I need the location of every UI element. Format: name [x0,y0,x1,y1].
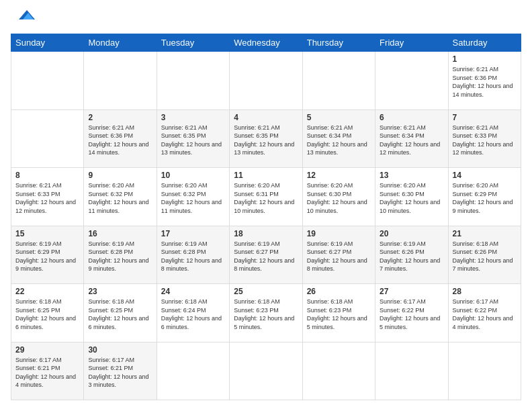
logo-icon [13,7,35,25]
cell-info: Sunrise: 6:20 AMSunset: 6:30 PMDaylight:… [307,182,367,214]
calendar-page: SundayMondayTuesdayWednesdayThursdayFrid… [0,0,532,411]
day-number: 11 [234,171,298,180]
calendar-cell: 11Sunrise: 6:20 AMSunset: 6:31 PMDayligh… [230,168,302,226]
calendar-cell: 19Sunrise: 6:19 AMSunset: 6:27 PMDayligh… [302,226,375,283]
calendar-header-friday: Friday [375,34,448,52]
day-number: 16 [88,229,152,238]
calendar-cell: 29Sunrise: 6:17 AMSunset: 6:21 PMDayligh… [11,342,84,400]
calendar-week-row: 8Sunrise: 6:21 AMSunset: 6:33 PMDaylight… [11,168,521,226]
cell-info: Sunrise: 6:19 AMSunset: 6:27 PMDaylight:… [234,240,294,273]
cell-info: Sunrise: 6:21 AMSunset: 6:33 PMDaylight:… [15,182,76,214]
calendar-cell: 8Sunrise: 6:21 AMSunset: 6:33 PMDaylight… [11,168,84,226]
cell-info: Sunrise: 6:21 AMSunset: 6:36 PMDaylight:… [88,124,148,156]
cell-info: Sunrise: 6:20 AMSunset: 6:30 PMDaylight:… [380,182,440,214]
cell-info: Sunrise: 6:17 AMSunset: 6:21 PMDaylight:… [15,357,76,389]
calendar-week-row: 22Sunrise: 6:18 AMSunset: 6:25 PMDayligh… [11,284,521,342]
calendar-cell: 27Sunrise: 6:17 AMSunset: 6:22 PMDayligh… [375,284,448,342]
calendar-cell: 6Sunrise: 6:21 AMSunset: 6:34 PMDaylight… [375,109,448,167]
calendar-header-sunday: Sunday [11,34,84,52]
calendar-cell [11,52,84,109]
day-number: 7 [453,113,517,122]
day-number: 4 [234,113,298,122]
calendar-cell [375,342,448,400]
calendar-cell: 14Sunrise: 6:20 AMSunset: 6:29 PMDayligh… [448,168,521,226]
calendar-cell: 3Sunrise: 6:21 AMSunset: 6:35 PMDaylight… [157,109,229,167]
cell-info: Sunrise: 6:19 AMSunset: 6:28 PMDaylight:… [161,240,222,273]
calendar-cell: 28Sunrise: 6:17 AMSunset: 6:22 PMDayligh… [448,284,521,342]
calendar-cell: 22Sunrise: 6:18 AMSunset: 6:25 PMDayligh… [11,284,84,342]
calendar-cell: 2Sunrise: 6:21 AMSunset: 6:36 PMDaylight… [84,109,157,167]
cell-info: Sunrise: 6:19 AMSunset: 6:27 PMDaylight:… [307,240,367,273]
cell-info: Sunrise: 6:18 AMSunset: 6:26 PMDaylight:… [453,240,513,273]
cell-info: Sunrise: 6:19 AMSunset: 6:26 PMDaylight:… [380,240,440,273]
day-number: 12 [307,171,371,180]
calendar-cell: 23Sunrise: 6:18 AMSunset: 6:25 PMDayligh… [84,284,157,342]
cell-info: Sunrise: 6:21 AMSunset: 6:34 PMDaylight:… [380,124,440,156]
cell-info: Sunrise: 6:17 AMSunset: 6:22 PMDaylight:… [453,298,513,330]
calendar-cell: 1Sunrise: 6:21 AMSunset: 6:36 PMDaylight… [448,52,521,109]
cell-info: Sunrise: 6:20 AMSunset: 6:32 PMDaylight:… [88,182,148,214]
calendar-week-row: 15Sunrise: 6:19 AMSunset: 6:29 PMDayligh… [11,226,521,283]
day-number: 23 [88,287,152,296]
calendar-header-wednesday: Wednesday [230,34,302,52]
calendar-cell: 25Sunrise: 6:18 AMSunset: 6:23 PMDayligh… [230,284,302,342]
cell-info: Sunrise: 6:19 AMSunset: 6:28 PMDaylight:… [88,240,148,273]
day-number: 25 [234,287,298,296]
day-number: 20 [380,229,443,238]
cell-info: Sunrise: 6:18 AMSunset: 6:23 PMDaylight:… [307,298,367,330]
calendar-cell: 17Sunrise: 6:19 AMSunset: 6:28 PMDayligh… [157,226,229,283]
calendar-cell [230,342,302,400]
day-number: 9 [88,171,152,180]
calendar-week-row: 29Sunrise: 6:17 AMSunset: 6:21 PMDayligh… [11,342,521,400]
calendar-week-row: 2Sunrise: 6:21 AMSunset: 6:36 PMDaylight… [11,109,521,167]
day-number: 14 [453,171,517,180]
calendar-cell [302,342,375,400]
day-number: 2 [88,113,152,122]
day-number: 10 [161,171,225,180]
cell-info: Sunrise: 6:18 AMSunset: 6:24 PMDaylight:… [161,298,222,330]
cell-info: Sunrise: 6:18 AMSunset: 6:25 PMDaylight:… [15,298,76,330]
cell-info: Sunrise: 6:18 AMSunset: 6:25 PMDaylight:… [88,298,148,330]
day-number: 5 [307,113,371,122]
calendar-header-monday: Monday [84,34,157,52]
cell-info: Sunrise: 6:20 AMSunset: 6:31 PMDaylight:… [234,182,294,214]
cell-info: Sunrise: 6:21 AMSunset: 6:35 PMDaylight:… [161,124,222,156]
calendar-cell: 30Sunrise: 6:17 AMSunset: 6:21 PMDayligh… [84,342,157,400]
cell-info: Sunrise: 6:19 AMSunset: 6:29 PMDaylight:… [15,240,76,273]
day-number: 17 [161,229,225,238]
calendar-cell [157,52,229,109]
cell-info: Sunrise: 6:21 AMSunset: 6:33 PMDaylight:… [453,124,513,156]
calendar-header-thursday: Thursday [302,34,375,52]
day-number: 13 [380,171,443,180]
day-number: 21 [453,229,517,238]
calendar-cell [230,52,302,109]
cell-info: Sunrise: 6:21 AMSunset: 6:36 PMDaylight:… [453,66,513,98]
logo [11,11,35,27]
day-number: 24 [161,287,225,296]
day-number: 3 [161,113,225,122]
day-number: 6 [380,113,443,122]
day-number: 1 [453,54,517,64]
day-number: 26 [307,287,371,296]
day-number: 29 [15,345,79,355]
calendar-header-tuesday: Tuesday [157,34,229,52]
calendar-cell: 21Sunrise: 6:18 AMSunset: 6:26 PMDayligh… [448,226,521,283]
calendar-cell: 24Sunrise: 6:18 AMSunset: 6:24 PMDayligh… [157,284,229,342]
calendar-cell [11,109,84,167]
day-number: 22 [15,287,79,296]
calendar-cell: 20Sunrise: 6:19 AMSunset: 6:26 PMDayligh… [375,226,448,283]
cell-info: Sunrise: 6:20 AMSunset: 6:32 PMDaylight:… [161,182,222,214]
calendar-week-row: 1Sunrise: 6:21 AMSunset: 6:36 PMDaylight… [11,52,521,109]
calendar-cell [375,52,448,109]
day-number: 30 [88,345,152,355]
calendar-cell: 16Sunrise: 6:19 AMSunset: 6:28 PMDayligh… [84,226,157,283]
calendar-header-row: SundayMondayTuesdayWednesdayThursdayFrid… [11,34,521,52]
calendar-header-saturday: Saturday [448,34,521,52]
day-number: 28 [453,287,517,296]
calendar-cell: 18Sunrise: 6:19 AMSunset: 6:27 PMDayligh… [230,226,302,283]
calendar-cell: 13Sunrise: 6:20 AMSunset: 6:30 PMDayligh… [375,168,448,226]
cell-info: Sunrise: 6:20 AMSunset: 6:29 PMDaylight:… [453,182,513,214]
calendar-cell: 9Sunrise: 6:20 AMSunset: 6:32 PMDaylight… [84,168,157,226]
calendar-cell [302,52,375,109]
calendar-cell: 12Sunrise: 6:20 AMSunset: 6:30 PMDayligh… [302,168,375,226]
